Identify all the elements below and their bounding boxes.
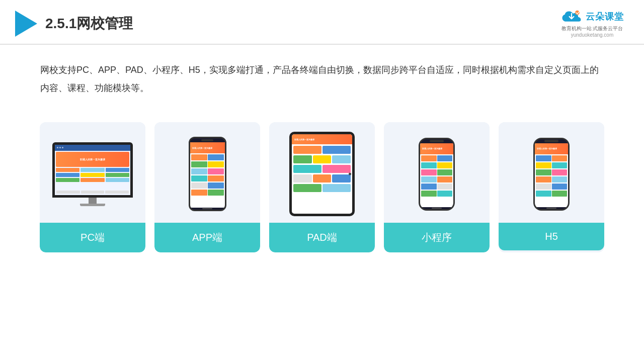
app-label: APP端 (154, 223, 260, 252)
brand-name: 云朵课堂 (586, 11, 624, 23)
header-right: 云朵课堂 教育机构一站 式服务云平台 yunduoketang.com (560, 9, 624, 38)
miniapp-image-area: 职通人的第一堂兴趣课 (384, 122, 490, 223)
h5-image-area: 职通人的第一堂兴趣课 (499, 122, 604, 223)
h5-phone-mockup: 职通人的第一堂兴趣课 (533, 138, 570, 211)
pad-image-area: 职通人的第一堂兴趣课 (269, 122, 375, 223)
pc-image-area: 职通人的第一堂兴趣课 (40, 122, 145, 223)
pc-mockup: 职通人的第一堂兴趣课 (52, 142, 133, 206)
pad-label: PAD端 (269, 223, 375, 252)
miniapp-card: 职通人的第一堂兴趣课 (384, 122, 490, 252)
pad-card: 职通人的第一堂兴趣课 (269, 122, 375, 252)
logo-triangle-icon (15, 11, 37, 37)
header-left: 2.5.1网校管理 (15, 11, 133, 37)
cards-container: 职通人的第一堂兴趣课 (0, 112, 644, 252)
brand-logo: 云朵课堂 (560, 9, 624, 24)
pc-card: 职通人的第一堂兴趣课 (40, 122, 145, 252)
h5-label: H5 (499, 223, 604, 250)
miniapp-label: 小程序 (384, 223, 490, 252)
h5-card: 职通人的第一堂兴趣课 (499, 122, 604, 252)
app-card: 职通人的第一堂兴趣课 (154, 122, 260, 252)
page-title: 2.5.1网校管理 (45, 14, 133, 33)
pad-tablet-mockup: 职通人的第一堂兴趣课 (289, 132, 355, 216)
miniapp-phone-mockup: 职通人的第一堂兴趣课 (419, 138, 455, 211)
pc-label: PC端 (40, 223, 145, 252)
description-text: 网校支持PC、APP、PAD、小程序、H5，实现多端打通，产品各终端自由切换，数… (0, 45, 644, 107)
app-phone-mockup: 职通人的第一堂兴趣课 (189, 137, 226, 211)
pc-monitor: 职通人的第一堂兴趣课 (52, 142, 133, 198)
header: 2.5.1网校管理 云朵课堂 教育机构一站 式服务云平台 yunduoketan… (0, 0, 644, 45)
brand-tagline: 教育机构一站 式服务云平台 (561, 25, 623, 32)
description-content: 网校支持PC、APP、PAD、小程序、H5，实现多端打通，产品各终端自由切换，数… (40, 65, 599, 93)
cloud-icon (560, 9, 583, 24)
app-image-area: 职通人的第一堂兴趣课 (154, 122, 260, 223)
brand-url: yunduoketang.com (571, 32, 614, 38)
